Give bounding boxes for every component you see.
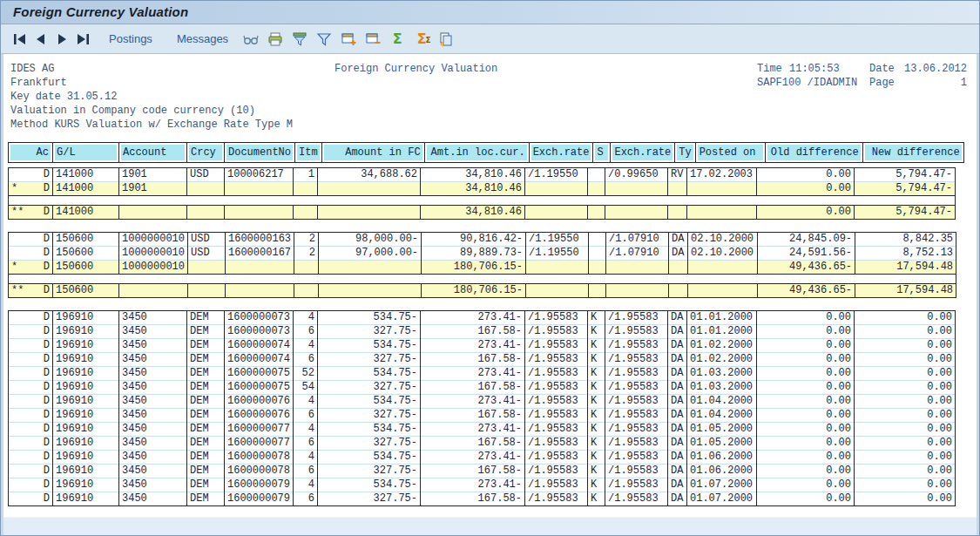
- detail-row[interactable]: D1410001901USD100006217134,688.6234,810.…: [9, 168, 956, 182]
- cell-lc[interactable]: 273.41-: [421, 339, 525, 353]
- cell-account[interactable]: 3450: [119, 451, 187, 465]
- cell-rate1[interactable]: [525, 206, 588, 220]
- cell-fc[interactable]: 534.75-: [318, 367, 421, 381]
- column-header-old[interactable]: Old difference: [765, 143, 862, 163]
- cell-itm[interactable]: [294, 182, 318, 196]
- cell-s[interactable]: K: [588, 339, 605, 353]
- cell-fc[interactable]: [318, 182, 421, 196]
- column-header-ty[interactable]: Ty: [675, 143, 695, 163]
- cell-s[interactable]: K: [588, 409, 605, 423]
- total-row[interactable]: **D14100034,810.460.005,794.47-: [9, 206, 956, 220]
- cell-new[interactable]: 0.00: [855, 409, 956, 423]
- cell-ac[interactable]: D: [9, 311, 53, 325]
- cell-posted[interactable]: 01.07.2000: [687, 492, 757, 506]
- cell-gl[interactable]: 196910: [53, 437, 119, 451]
- cell-crcy[interactable]: DEM: [187, 451, 225, 465]
- cell-doc[interactable]: 1600000078: [225, 451, 294, 465]
- cell-doc[interactable]: 1600000074: [225, 353, 294, 367]
- cell-old[interactable]: 0.00: [757, 465, 855, 478]
- cell-rate1[interactable]: [525, 182, 588, 196]
- cell-old[interactable]: 0.00: [757, 168, 855, 182]
- cell-crcy[interactable]: DEM: [187, 395, 225, 409]
- detail-row[interactable]: D1969103450DEM16000000776327.75-167.58-/…: [9, 437, 956, 451]
- cell-crcy[interactable]: DEM: [187, 437, 225, 451]
- cell-crcy[interactable]: USD: [188, 247, 226, 261]
- cell-gl[interactable]: 150600: [53, 233, 119, 247]
- cell-ac[interactable]: D: [9, 381, 53, 395]
- cell-old[interactable]: 0.00: [757, 381, 855, 395]
- cell-rate1[interactable]: /1.95583: [525, 492, 588, 506]
- cell-lc[interactable]: 273.41-: [421, 395, 525, 409]
- cell-lc[interactable]: 273.41-: [421, 451, 525, 465]
- cell-rate2[interactable]: /1.95583: [605, 339, 668, 353]
- column-header-itm[interactable]: Itm: [295, 143, 322, 163]
- postings-button[interactable]: Postings: [100, 31, 161, 47]
- cell-s[interactable]: K: [588, 451, 605, 465]
- detail-row[interactable]: D1969103450DEM16000000774534.75-273.41-/…: [9, 423, 956, 437]
- cell-crcy[interactable]: DEM: [187, 423, 225, 437]
- cell-rate2[interactable]: [606, 284, 669, 298]
- cell-crcy[interactable]: DEM: [187, 492, 225, 506]
- column-header-new[interactable]: New difference: [862, 143, 963, 163]
- cell-lc[interactable]: 167.58-: [421, 492, 525, 506]
- cell-gl[interactable]: 150600: [53, 261, 119, 275]
- detail-row[interactable]: D1506001000000010USD1600000163298,000.00…: [9, 233, 956, 247]
- cell-new[interactable]: 0.00: [855, 367, 956, 381]
- cell-s[interactable]: K: [588, 311, 605, 325]
- cell-s[interactable]: K: [588, 465, 605, 478]
- cell-itm[interactable]: 6: [294, 465, 318, 478]
- cell-rate1[interactable]: /1.95583: [525, 465, 588, 478]
- cell-crcy[interactable]: DEM: [187, 381, 225, 395]
- cell-lc[interactable]: 90,816.42-: [422, 233, 526, 247]
- cell-doc[interactable]: 1600000077: [225, 423, 294, 437]
- cell-old[interactable]: 0.00: [757, 423, 855, 437]
- detail-row[interactable]: D1969103450DEM16000000766327.75-167.58-/…: [9, 409, 956, 423]
- cell-account[interactable]: 3450: [119, 381, 187, 395]
- cell-ac[interactable]: D: [9, 409, 53, 423]
- cell-new[interactable]: 0.00: [855, 437, 956, 451]
- cell-doc[interactable]: [225, 206, 294, 220]
- cell-doc[interactable]: 1600000075: [225, 381, 294, 395]
- cell-ty[interactable]: DA: [668, 381, 687, 395]
- cell-new[interactable]: 0.00: [855, 339, 956, 353]
- cell-rate1[interactable]: /1.95583: [525, 381, 588, 395]
- cell-fc[interactable]: 534.75-: [318, 478, 421, 492]
- cell-rate1[interactable]: /1.95583: [525, 437, 588, 451]
- cell-ty[interactable]: DA: [669, 247, 688, 261]
- cell-posted[interactable]: 17.02.2003: [687, 168, 757, 182]
- detail-row[interactable]: D1969103450DEM16000000786327.75-167.58-/…: [9, 465, 956, 478]
- cell-s[interactable]: K: [588, 492, 605, 506]
- cell-ty[interactable]: DA: [668, 437, 687, 451]
- cell-ty[interactable]: DA: [668, 395, 687, 409]
- cell-itm[interactable]: 4: [294, 423, 318, 437]
- messages-button[interactable]: Messages: [168, 31, 237, 47]
- cell-old[interactable]: 0.00: [757, 478, 855, 492]
- cell-fc[interactable]: 98,000.00-: [319, 233, 422, 247]
- cell-itm[interactable]: 4: [294, 311, 318, 325]
- cell-rate2[interactable]: /1.95583: [605, 367, 668, 381]
- cell-lc[interactable]: 167.58-: [421, 465, 525, 478]
- cell-doc[interactable]: 1600000167: [226, 247, 294, 261]
- cell-fc[interactable]: 534.75-: [318, 339, 421, 353]
- cell-posted[interactable]: 01.05.2000: [687, 423, 757, 437]
- cell-gl[interactable]: 196910: [53, 339, 119, 353]
- cell-itm[interactable]: 54: [294, 381, 318, 395]
- cell-posted[interactable]: 01.03.2000: [687, 381, 757, 395]
- cell-posted[interactable]: 01.06.2000: [687, 465, 757, 478]
- cell-gl[interactable]: 141000: [53, 168, 119, 182]
- cell-crcy[interactable]: DEM: [187, 311, 225, 325]
- cell-old[interactable]: 0.00: [757, 182, 855, 196]
- cell-itm[interactable]: 6: [294, 492, 318, 506]
- cell-new[interactable]: 5,794.47-: [855, 182, 956, 196]
- cell-ty[interactable]: DA: [668, 492, 687, 506]
- cell-posted[interactable]: [688, 261, 758, 275]
- cell-rate1[interactable]: /1.95583: [525, 423, 588, 437]
- cell-itm[interactable]: [294, 206, 318, 220]
- detail-row[interactable]: D1969103450DEM16000000744534.75-273.41-/…: [9, 339, 956, 353]
- cell-fc[interactable]: [319, 284, 422, 298]
- filter-button[interactable]: [314, 29, 335, 50]
- cell-ty[interactable]: DA: [668, 339, 687, 353]
- detail-row[interactable]: D1969103450DEM16000000794534.75-273.41-/…: [9, 478, 956, 492]
- cell-posted[interactable]: 01.02.2000: [687, 353, 757, 367]
- cell-old[interactable]: 0.00: [757, 339, 855, 353]
